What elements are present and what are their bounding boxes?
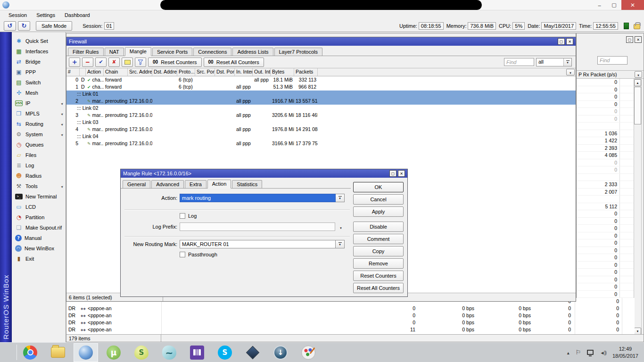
firewall-titlebar[interactable]: Firewall ▢ ✕ xyxy=(66,37,576,46)
sidebar-item-system[interactable]: ⚙System▸ xyxy=(12,129,66,140)
sidebar-item-new-winbox[interactable]: ◠New WinBox xyxy=(12,243,66,254)
column-header-action[interactable]: Action xyxy=(86,68,104,76)
sidebar-item-bridge[interactable]: ⇄Bridge xyxy=(12,57,66,67)
interface-row[interactable]: DR◈◈<pppoe-an00 bps0 bps00 xyxy=(66,312,635,319)
rx-row[interactable] xyxy=(577,196,635,203)
table-row-comment[interactable]: ::: Link 03 xyxy=(66,119,576,126)
sidebar-item-new-terminal[interactable]: >_New Terminal xyxy=(12,191,66,202)
rx-row[interactable]: 0 xyxy=(577,115,635,123)
rx-row[interactable]: 0 xyxy=(577,101,635,108)
media-app-taskbar-button[interactable] xyxy=(157,343,182,362)
rx-row[interactable]: 1 422 xyxy=(577,137,635,145)
dialog-restore-button[interactable]: ▢ xyxy=(389,170,396,177)
remove-rule-button[interactable]: − xyxy=(82,58,93,67)
sidebar-item-lcd[interactable]: ▭LCD xyxy=(12,202,66,212)
rx-row[interactable]: 0 xyxy=(577,79,635,86)
dialog-tab-statistics[interactable]: Statistics xyxy=(232,180,262,188)
enable-rule-button[interactable]: ✔ xyxy=(95,58,107,67)
rx-row[interactable]: 0 xyxy=(577,283,635,291)
sidebar-item-interfaces[interactable]: ▦Interfaces xyxy=(12,46,66,57)
scroll-down-button[interactable]: ▼ xyxy=(634,328,641,335)
volume-icon[interactable] xyxy=(600,350,606,355)
tab-service-ports[interactable]: Service Ports xyxy=(152,48,192,56)
column-header-src-port[interactable]: Src. Port xyxy=(195,68,215,76)
hidden-icons-icon[interactable] xyxy=(567,350,570,355)
sidebar-item-switch[interactable]: ▤Switch xyxy=(12,77,66,88)
rx-row[interactable]: 2 393 xyxy=(577,145,635,152)
dialog-tab-extra[interactable]: Extra xyxy=(185,180,206,188)
bg-restore-button[interactable]: ▢ xyxy=(626,36,633,43)
ok-button[interactable]: OK xyxy=(353,182,404,192)
tab-mangle[interactable]: Mangle xyxy=(125,47,151,56)
menu-item-dashboard[interactable]: Dashboard xyxy=(60,11,95,19)
comment-button[interactable] xyxy=(122,58,133,67)
column-header-proto[interactable]: Proto... xyxy=(177,68,195,76)
winbox-taskbar-button[interactable] xyxy=(74,343,98,362)
skype-taskbar-button[interactable] xyxy=(213,343,237,362)
interface-row[interactable]: DR◈◈<pppoe-an110 bps0 bps00 xyxy=(66,326,635,333)
filter-scope-dropdown[interactable]: all xyxy=(536,58,572,66)
rx-row[interactable]: 0 xyxy=(577,86,635,94)
log-prefix-input[interactable] xyxy=(180,222,335,231)
log-checkbox[interactable] xyxy=(180,213,185,219)
apply-button[interactable]: Apply xyxy=(353,206,404,217)
twitch-taskbar-button[interactable] xyxy=(185,343,209,362)
firewall-find-input[interactable] xyxy=(504,58,534,66)
interface-row[interactable]: DR◈◈<pppoe-an00 bps0 bps00 xyxy=(66,319,635,326)
column-header-dst-address[interactable]: Dst. Address xyxy=(152,68,177,76)
rx-row[interactable]: 0 xyxy=(577,262,635,269)
safe-mode-button[interactable]: Safe Mode xyxy=(36,21,72,31)
rx-row[interactable]: 0 xyxy=(577,276,635,284)
column-header-in-inter[interactable]: In. Inter... xyxy=(235,68,253,76)
restore-button[interactable]: ▢ xyxy=(607,0,621,10)
table-row-comment[interactable]: ::: Link 02 xyxy=(66,105,576,112)
rx-row[interactable]: 0 xyxy=(577,232,635,240)
rx-packet-column-header[interactable]: P Rx Packet (p/s) xyxy=(577,70,644,79)
add-rule-button[interactable]: ＋ xyxy=(69,58,80,67)
bg-vertical-scrollbar[interactable]: ▲ ▼ xyxy=(634,79,642,335)
reset-all-counters-button[interactable]: Reset All Counters xyxy=(353,283,404,293)
column-header-chain[interactable]: Chain xyxy=(104,68,128,76)
column-header-dst-port[interactable]: Dst. Port xyxy=(215,68,235,76)
table-row[interactable]: 5✎mar...prerouting172.16.0.0/...all ppp3… xyxy=(66,140,576,147)
column-header-flags[interactable] xyxy=(80,68,86,76)
firewall-restore-button[interactable]: ▢ xyxy=(558,38,565,45)
column-header-col[interactable]: # xyxy=(66,68,80,76)
menu-item-settings[interactable]: Settings xyxy=(32,11,60,19)
table-row[interactable]: 3✎mar...prerouting172.16.0.0/...all ppp3… xyxy=(66,112,576,119)
scroll-thumb[interactable] xyxy=(634,87,641,124)
interface-row[interactable]: DR◈◈<pppoe-an00 bps0 bps00 xyxy=(66,305,635,312)
sidebar-item-exit[interactable]: ▮Exit xyxy=(12,254,66,264)
bg-sort-dropdown-button[interactable] xyxy=(635,71,642,78)
action-dropdown[interactable]: mark routing xyxy=(180,194,345,202)
sidebar-item-ppp[interactable]: ▣PPP xyxy=(12,67,66,77)
table-row-comment[interactable]: ::: Link 01 xyxy=(66,90,576,98)
disable-button[interactable]: Disable xyxy=(353,222,404,232)
rx-row[interactable]: 5 112 xyxy=(577,203,635,211)
undo-button[interactable]: ↺ xyxy=(4,21,16,31)
rx-row[interactable]: 0 xyxy=(577,210,635,218)
menu-item-session[interactable]: Session xyxy=(4,11,32,19)
sidebar-item-ip[interactable]: 255IP▸ xyxy=(12,98,66,108)
tab-layer7-protocols[interactable]: Layer7 Protocols xyxy=(274,48,323,56)
sidebar-item-quick-set[interactable]: ✱Quick Set xyxy=(12,36,66,46)
reset-counters-button[interactable]: Reset Counters xyxy=(353,271,404,281)
sort-dropdown-button[interactable] xyxy=(566,69,575,75)
sidebar-item-make-supout-rif[interactable]: ❏Make Supout.rif xyxy=(12,222,66,233)
column-header-packets[interactable]: Packets xyxy=(294,68,318,76)
dialog-tab-advanced[interactable]: Advanced xyxy=(151,180,184,188)
paint-taskbar-button[interactable] xyxy=(296,343,321,362)
taskbar-clock[interactable]: 12:49 18/05/2017 xyxy=(612,346,638,360)
column-header-src-address[interactable]: Src. Address xyxy=(128,68,152,76)
log-prefix-dropdown-button[interactable] xyxy=(338,224,344,230)
redo-button[interactable]: ↻ xyxy=(18,21,30,31)
sidebar-item-manual[interactable]: ?Manual xyxy=(12,233,66,243)
remove-button[interactable]: Remove xyxy=(353,258,404,269)
dropdown-button[interactable] xyxy=(336,240,345,248)
rx-row[interactable]: 0 xyxy=(577,108,635,115)
reset-counters-button[interactable]: 00 Reset Counters xyxy=(148,58,202,67)
table-row[interactable]: 4✎mar...prerouting172.16.0.0/...all ppp1… xyxy=(66,126,576,133)
table-row[interactable]: 2✎mar...prerouting172.16.0.0/...all ppp1… xyxy=(66,98,576,105)
sidebar-item-tools[interactable]: ⚒Tools▸ xyxy=(12,181,66,191)
downloader-taskbar-button[interactable] xyxy=(268,343,293,362)
